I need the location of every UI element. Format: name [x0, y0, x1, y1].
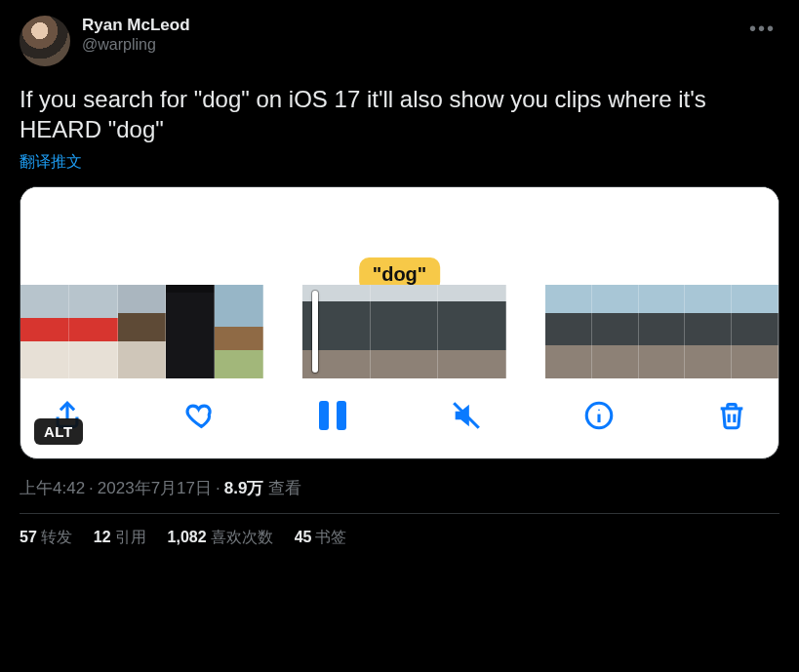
- views-label: 查看: [268, 479, 301, 497]
- bookmark-count: 45: [295, 529, 312, 545]
- avatar[interactable]: [20, 16, 70, 66]
- media-card[interactable]: "dog": [20, 186, 779, 459]
- pause-icon: [319, 401, 346, 430]
- translate-link[interactable]: 翻译推文: [20, 152, 779, 173]
- info-button[interactable]: [579, 396, 619, 435]
- trash-button[interactable]: [712, 396, 751, 435]
- stat-bookmarks[interactable]: 45书签: [295, 528, 347, 548]
- retweet-label: 转发: [41, 529, 72, 545]
- clip-group-1[interactable]: [20, 285, 263, 378]
- tweet-meta: 上午4:42·2023年7月17日·8.9万 查看: [20, 477, 779, 499]
- clip-frame[interactable]: [639, 285, 686, 378]
- tweet-container: Ryan McLeod @warpling ••• If you search …: [0, 0, 799, 558]
- bookmark-label: 书签: [315, 529, 346, 545]
- media-whitespace: "dog": [20, 187, 779, 285]
- clip-frame[interactable]: [69, 285, 118, 378]
- view-count: 8.9万: [224, 479, 264, 497]
- clip-frame[interactable]: [215, 285, 263, 378]
- svg-point-2: [598, 410, 600, 412]
- tweet-date[interactable]: 2023年7月17日: [98, 479, 212, 497]
- more-button[interactable]: •••: [745, 16, 779, 42]
- clip-group-3[interactable]: [545, 285, 779, 378]
- handle: @warpling: [82, 35, 190, 54]
- quote-label: 引用: [115, 529, 146, 545]
- clip-group-2[interactable]: [302, 285, 506, 378]
- like-button[interactable]: [180, 396, 220, 435]
- mute-icon: [450, 399, 483, 432]
- clip-frame[interactable]: [438, 285, 506, 378]
- author-block[interactable]: Ryan McLeod @warpling: [82, 16, 190, 55]
- playhead[interactable]: [312, 291, 318, 373]
- clip-frame[interactable]: [732, 285, 779, 378]
- trash-icon: [715, 399, 748, 432]
- display-name: Ryan McLeod: [82, 16, 190, 35]
- like-label: 喜欢次数: [211, 529, 273, 545]
- divider: [20, 513, 779, 514]
- clip-frame[interactable]: [166, 285, 215, 378]
- info-icon: [582, 399, 616, 432]
- stat-retweets[interactable]: 57转发: [20, 528, 72, 548]
- mute-button[interactable]: [447, 396, 486, 435]
- timeline-strip[interactable]: [20, 285, 779, 378]
- media-toolbar: [20, 378, 779, 458]
- retweet-count: 57: [20, 529, 37, 545]
- clip-frame[interactable]: [592, 285, 639, 378]
- clip-frame[interactable]: [20, 285, 69, 378]
- quote-count: 12: [94, 529, 111, 545]
- tweet-header: Ryan McLeod @warpling •••: [20, 16, 779, 66]
- tweet-time[interactable]: 上午4:42: [20, 479, 85, 497]
- clip-frame[interactable]: [545, 285, 592, 378]
- heart-icon: [183, 399, 217, 432]
- pause-button[interactable]: [313, 396, 352, 435]
- tweet-text: If you search for "dog" on iOS 17 it'll …: [20, 84, 779, 144]
- clip-frame[interactable]: [685, 285, 732, 378]
- stats-row: 57转发 12引用 1,082喜欢次数 45书签: [20, 528, 779, 558]
- like-count: 1,082: [168, 529, 207, 545]
- stat-quotes[interactable]: 12引用: [94, 528, 146, 548]
- clip-frame[interactable]: [371, 285, 439, 378]
- clip-frame[interactable]: [118, 285, 167, 378]
- alt-badge[interactable]: ALT: [34, 418, 83, 445]
- stat-likes[interactable]: 1,082喜欢次数: [168, 528, 273, 548]
